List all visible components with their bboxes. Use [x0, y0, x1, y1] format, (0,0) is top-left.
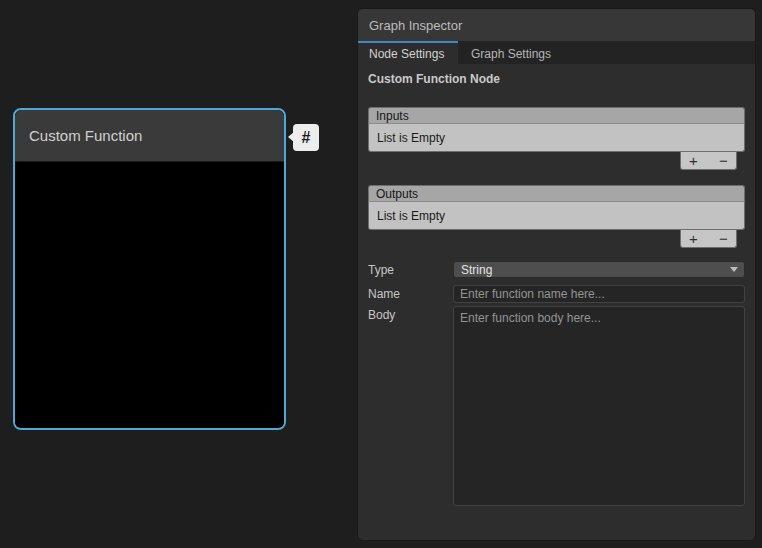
graph-inspector-panel: Graph Inspector Node Settings Graph Sett… — [357, 8, 756, 541]
inputs-list-header: Inputs — [368, 107, 745, 124]
outputs-list-header: Outputs — [368, 185, 745, 202]
inputs-list-footer: + − — [680, 152, 737, 170]
graph-inspector-header[interactable]: Graph Inspector — [358, 9, 755, 41]
body-row: Body — [368, 306, 745, 506]
inspector-tabbar: Node Settings Graph Settings — [358, 41, 755, 64]
name-label: Name — [368, 285, 453, 303]
body-label: Body — [368, 306, 453, 506]
node-title-label: Custom Function — [29, 127, 142, 144]
node-body — [15, 162, 284, 427]
tab-node-settings-label: Node Settings — [369, 47, 444, 61]
name-row: Name — [368, 285, 745, 303]
type-dropdown-value: String — [461, 263, 492, 277]
outputs-add-button[interactable]: + — [684, 231, 704, 246]
type-row: Type String — [368, 261, 745, 278]
inputs-list-body: List is Empty — [368, 124, 745, 152]
outputs-remove-button[interactable]: − — [714, 231, 734, 246]
tab-graph-settings-label: Graph Settings — [471, 47, 551, 61]
tab-graph-settings[interactable]: Graph Settings — [458, 41, 564, 64]
outputs-header-label: Outputs — [376, 187, 418, 201]
tab-node-settings[interactable]: Node Settings — [358, 41, 458, 64]
function-name-input[interactable] — [453, 285, 745, 303]
inputs-empty-label: List is Empty — [377, 131, 445, 145]
inputs-header-label: Inputs — [376, 109, 409, 123]
type-dropdown[interactable]: String — [453, 261, 745, 278]
section-title: Custom Function Node — [368, 72, 745, 86]
panel-title: Graph Inspector — [369, 18, 462, 33]
type-label: Type — [368, 261, 453, 278]
outputs-list-footer: + − — [680, 230, 737, 248]
inspector-content: Custom Function Node Inputs List is Empt… — [358, 64, 755, 506]
custom-function-node[interactable]: Custom Function — [13, 108, 286, 430]
function-body-textarea[interactable] — [453, 306, 745, 506]
outputs-list: Outputs List is Empty + − — [368, 185, 745, 248]
precision-badge[interactable]: # — [293, 124, 319, 151]
outputs-empty-label: List is Empty — [377, 209, 445, 223]
inputs-add-button[interactable]: + — [684, 153, 704, 168]
inputs-remove-button[interactable]: − — [714, 153, 734, 168]
hash-icon: # — [302, 129, 311, 147]
outputs-list-body: List is Empty — [368, 202, 745, 230]
chevron-down-icon — [730, 267, 738, 272]
node-title-bar[interactable]: Custom Function — [15, 110, 284, 162]
inputs-list: Inputs List is Empty + − — [368, 107, 745, 170]
